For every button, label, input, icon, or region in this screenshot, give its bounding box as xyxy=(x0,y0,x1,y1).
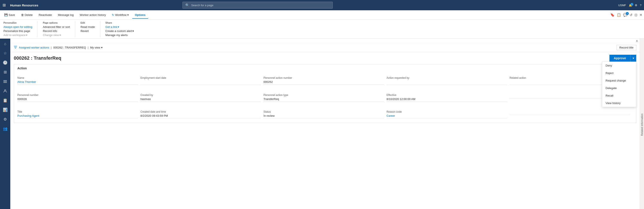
sidebar-item-recent[interactable]: 🕐 xyxy=(1,58,10,67)
chat-icon[interactable]: 💬 0 xyxy=(623,13,628,17)
approve-button[interactable]: Approve xyxy=(610,55,630,62)
personalize-page-item[interactable]: Personalize this page xyxy=(4,30,32,32)
ribbon-tabs: 💾 Save 🗑 Delete Reactivate Message log W… xyxy=(0,10,644,20)
tab-save[interactable]: 💾 Save xyxy=(2,12,18,19)
value-reason-empty xyxy=(510,110,630,115)
dropdown-recall[interactable]: Recall xyxy=(602,92,636,99)
revert-item[interactable]: Revert xyxy=(80,30,95,32)
tab-workflow[interactable]: ↻ Workflow ▾ xyxy=(109,12,132,19)
change-view-item[interactable]: Change view ▾ xyxy=(43,34,70,37)
dropdown-deny[interactable]: Deny xyxy=(602,62,636,69)
collapse-ribbon-icon[interactable]: ∧ xyxy=(636,39,638,42)
value-created-by: hasrivas xyxy=(140,98,261,102)
dropdown-request-change[interactable]: Request change xyxy=(602,77,636,84)
approve-btn-group: Approve ▾ Deny Reject Request change Del… xyxy=(610,55,636,62)
sidebar-item-modules[interactable] xyxy=(1,77,10,86)
close-icon[interactable]: ✕ xyxy=(640,13,642,17)
sidebar-item-document[interactable]: 📋 xyxy=(1,96,10,105)
get-link-item[interactable]: Get a link ▾ xyxy=(106,25,134,28)
right-panel-label: Related information xyxy=(640,114,644,136)
sidebar-item-chart[interactable]: 📊 xyxy=(1,106,10,114)
sidebar-item-persons[interactable]: 👥 xyxy=(1,124,10,133)
create-alert-item[interactable]: Create a custom alert ▾ xyxy=(106,30,134,32)
bookmarks-icon[interactable]: 🔖 xyxy=(610,13,614,17)
sidebar-item-favorites[interactable]: ☆ xyxy=(1,49,10,58)
view-selector[interactable]: My view ▾ xyxy=(90,46,102,49)
advanced-filter-item[interactable]: Advanced filter or sort xyxy=(43,25,70,28)
create-alert-label: Create a custom alert xyxy=(106,30,132,32)
share-items: Get a link ▾ Create a custom alert ▾ Man… xyxy=(106,25,134,37)
tab-options-label: Options xyxy=(135,13,145,16)
tab-save-label: Save xyxy=(8,13,15,16)
field-created-by: Created by hasrivas xyxy=(140,92,264,104)
approve-dropdown: Deny Reject Request change Delegate Reca… xyxy=(602,62,636,107)
value-personnel-action-type: TransferReq xyxy=(264,98,384,102)
field-action-requested-by: Action requested by xyxy=(386,75,510,87)
field-personnel-action-number: Personnel action number 000262 xyxy=(264,75,386,87)
value-created-date-time: 8/2/2020 09:43:59 PM xyxy=(140,114,261,118)
tab-messagelog-label: Message log xyxy=(58,13,74,16)
value-action-requested-by xyxy=(386,80,507,85)
right-panel-toggle[interactable]: Related information xyxy=(640,38,644,209)
tab-delete[interactable]: 🗑 Delete xyxy=(18,12,36,19)
open-new-icon[interactable]: ⊡ xyxy=(634,13,637,17)
value-reason-code[interactable]: Career xyxy=(386,114,507,118)
settings-icon[interactable]: ⚙ xyxy=(635,4,637,7)
field-employment-start-date: Employment start date xyxy=(140,75,264,87)
sidebar-item-home[interactable]: ⌂ xyxy=(1,40,10,48)
value-title[interactable]: Purchasing Agent xyxy=(18,114,138,118)
chat-badge: 0 xyxy=(626,12,629,15)
search-input[interactable] xyxy=(191,4,330,7)
ribbon-content: Personalize Always open for editing Pers… xyxy=(0,20,644,38)
workflow-icon: ↻ xyxy=(112,13,114,16)
form-row-2: Personnel number 000028 Created by hasri… xyxy=(14,89,636,106)
sidebar-item-workspaces[interactable]: ⊞ xyxy=(1,68,10,76)
view-chevron-icon: ▾ xyxy=(101,46,102,49)
svg-rect-1 xyxy=(4,81,7,82)
pageoptions-group-label: Page options xyxy=(43,22,70,24)
svg-rect-2 xyxy=(4,82,7,83)
tab-workeractionhistory-label: Worker action history xyxy=(80,13,106,16)
page-title: 000262 : TransferReq xyxy=(14,55,61,61)
action-title: Action xyxy=(18,66,27,70)
view-label: My view xyxy=(90,46,100,49)
breadcrumb-assigned-worker-actions[interactable]: Assigned worker actions xyxy=(19,46,49,49)
filter-icon[interactable] xyxy=(14,46,17,50)
top-navigation: ⊞ Human Resources 🔍 USMF 🔔 1 ⚙ ? xyxy=(0,0,644,10)
refresh-icon[interactable]: ↺ xyxy=(630,13,632,17)
dropdown-delegate[interactable]: Delegate xyxy=(602,84,636,92)
dropdown-view-history[interactable]: View history xyxy=(602,99,636,107)
sidebar-item-settings[interactable]: ⚙ xyxy=(1,115,10,124)
help-icon[interactable]: ? xyxy=(640,4,642,7)
tab-reactivate[interactable]: Reactivate xyxy=(36,12,54,19)
breadcrumb-bar: Assigned worker actions | 000262 : TRANS… xyxy=(10,43,640,52)
record-info-item[interactable]: Record info xyxy=(43,30,70,32)
read-mode-item[interactable]: Read mode xyxy=(80,25,95,28)
notification-badge: 1 xyxy=(630,3,634,6)
tab-reactivate-label: Reactivate xyxy=(39,13,52,16)
approve-chevron-button[interactable]: ▾ xyxy=(630,55,636,62)
tab-messagelog[interactable]: Message log xyxy=(56,12,76,19)
edit-items: Read mode Revert xyxy=(80,25,95,32)
manage-alerts-item[interactable]: Manage my alerts xyxy=(106,34,134,37)
change-view-chevron-icon: ▾ xyxy=(60,34,61,37)
sidebar-item-people[interactable] xyxy=(1,87,10,95)
global-search[interactable]: 🔍 xyxy=(182,2,333,8)
dropdown-reject[interactable]: Reject xyxy=(602,69,636,77)
save-icon: 💾 xyxy=(4,13,8,16)
tab-options[interactable]: Options xyxy=(132,12,148,19)
field-reason-empty xyxy=(510,108,632,120)
clipboard-icon[interactable]: 📋 xyxy=(617,13,621,17)
tab-workeractionhistory[interactable]: Worker action history xyxy=(77,12,108,19)
grid-icon[interactable]: ⊞ xyxy=(2,3,6,8)
always-open-item[interactable]: Always open for editing xyxy=(4,25,32,28)
value-effective: 8/10/2020 12:00:00 AM xyxy=(386,98,507,102)
ribbon-group-pageoptions: Page options Advanced filter or sort Rec… xyxy=(43,22,75,37)
label-personnel-action-number: Personnel action number xyxy=(264,76,384,80)
add-workspace-item[interactable]: Add to workspace ▾ xyxy=(4,34,32,37)
user-label: USMF xyxy=(618,4,626,7)
value-name[interactable]: Alicia Thornber xyxy=(18,80,138,84)
notification-icon[interactable]: 🔔 1 xyxy=(629,4,632,7)
value-status: In review xyxy=(264,114,384,118)
personalize-items: Always open for editing Personalize this… xyxy=(4,25,32,37)
